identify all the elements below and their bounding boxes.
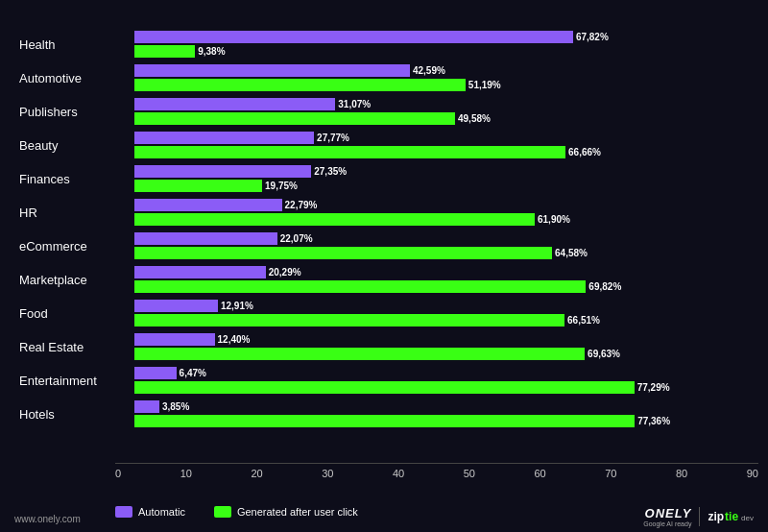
label-finances: Finances [19, 172, 130, 186]
bar-purple-6: 22,07% [134, 232, 277, 245]
bar-label-green-10: 77,29% [637, 382, 670, 393]
row-real-estate: Real Estate12,40%69,63% [134, 331, 739, 362]
bar-green-11: 77,36% [134, 415, 635, 427]
label-food: Food [19, 306, 130, 321]
row-finances: Finances27,35%19,75% [134, 163, 739, 194]
x-tick-20: 20 [251, 468, 262, 479]
row-entertainment: Entertainment6,47%77,29% [134, 365, 739, 396]
bar-purple-8: 12,91% [134, 300, 218, 312]
row-hr: HR22,79%61,90% [134, 197, 739, 228]
bar-label-purple-1: 42,59% [413, 65, 445, 76]
x-tick-0: 0 [115, 468, 121, 479]
bar-green-4: 19,75% [134, 180, 262, 192]
onely-brand: ONELY Google AI ready [643, 506, 691, 527]
x-tick-60: 60 [534, 468, 545, 479]
x-tick-90: 90 [747, 468, 758, 479]
bar-green-3: 66,66% [134, 146, 565, 158]
bar-label-green-0: 9,38% [198, 46, 225, 57]
bar-green-2: 49,58% [134, 112, 455, 125]
onely-logo: ONELY [645, 506, 692, 520]
bar-green-6: 64,58% [134, 247, 552, 259]
bar-purple-2: 31,07% [134, 98, 335, 110]
label-beauty: Beauty [19, 138, 130, 153]
ziptie-subtitle: dev [741, 514, 754, 522]
row-health: Health67,82%9,38% [134, 29, 739, 60]
bar-label-green-8: 66,51% [567, 315, 600, 326]
x-tick-70: 70 [605, 468, 616, 479]
row-ecommerce: eCommerce22,07%64,58% [134, 230, 739, 261]
footer-logos: ONELY Google AI ready ziptie dev [643, 506, 754, 527]
bar-purple-9: 12,40% [134, 333, 215, 346]
legend-label-automatic: Automatic [138, 506, 185, 518]
bar-label-green-11: 77,36% [637, 416, 670, 426]
bar-label-green-1: 51,19% [468, 80, 501, 90]
ziptie-logo-2: tie [725, 510, 738, 523]
legend-item-automatic: Automatic [115, 506, 185, 518]
bar-purple-1: 42,59% [134, 64, 410, 77]
website-label: www.onely.com [14, 514, 81, 524]
label-publishers: Publishers [19, 105, 130, 119]
bar-purple-3: 27,77% [134, 132, 314, 144]
bar-purple-0: 67,82% [134, 31, 573, 43]
row-automotive: Automotive42,59%51,19% [134, 62, 739, 93]
x-tick-40: 40 [393, 468, 404, 479]
legend: Automatic Generated after user click [115, 506, 358, 518]
label-hr: HR [19, 206, 130, 220]
x-axis: 0102030405060708090 [115, 463, 758, 479]
chart-container: Health67,82%9,38%Automotive42,59%51,19%P… [0, 19, 768, 532]
label-real-estate: Real Estate [19, 340, 130, 354]
ziptie-logo: zip [708, 510, 724, 523]
bar-purple-7: 20,29% [134, 266, 266, 278]
bar-green-8: 66,51% [134, 314, 564, 326]
legend-color-generated [214, 506, 231, 518]
x-tick-80: 80 [676, 468, 687, 479]
bar-label-green-4: 19,75% [265, 181, 298, 191]
label-health: Health [19, 37, 130, 52]
ziptie-brand: ziptie dev [708, 510, 754, 523]
legend-item-generated: Generated after user click [214, 506, 358, 518]
bar-purple-4: 27,35% [134, 165, 311, 178]
bar-label-purple-6: 22,07% [280, 233, 313, 244]
bar-label-purple-3: 27,77% [317, 133, 349, 143]
bar-purple-10: 6,47% [134, 367, 177, 379]
bar-green-0: 9,38% [134, 45, 195, 58]
x-tick-50: 50 [464, 468, 475, 479]
bar-label-green-7: 69,82% [588, 281, 621, 292]
row-publishers: Publishers31,07%49,58% [134, 96, 739, 127]
bar-label-green-5: 61,90% [538, 214, 570, 225]
bar-label-purple-0: 67,82% [576, 32, 609, 42]
row-beauty: Beauty27,77%66,66% [134, 130, 739, 160]
row-marketplace: Marketplace20,29%69,82% [134, 264, 739, 295]
x-tick-30: 30 [322, 468, 333, 479]
bar-label-purple-9: 12,40% [218, 334, 251, 345]
label-entertainment: Entertainment [19, 374, 130, 388]
bar-label-purple-5: 22,79% [285, 200, 318, 210]
x-tick-10: 10 [180, 468, 192, 479]
label-marketplace: Marketplace [19, 273, 130, 287]
bar-label-purple-8: 12,91% [221, 301, 253, 311]
logo-divider [699, 507, 700, 526]
onely-subtitle: Google AI ready [643, 520, 691, 527]
legend-label-generated: Generated after user click [237, 506, 358, 518]
label-automotive: Automotive [19, 71, 130, 85]
bar-purple-11: 3,85% [134, 400, 159, 413]
bar-label-purple-2: 31,07% [338, 99, 371, 109]
bar-label-purple-11: 3,85% [162, 401, 189, 412]
bar-label-green-6: 64,58% [555, 248, 588, 258]
bar-green-10: 77,29% [134, 381, 635, 394]
label-ecommerce: eCommerce [19, 239, 130, 254]
bar-label-green-2: 49,58% [458, 113, 491, 124]
bar-green-5: 61,90% [134, 213, 535, 226]
bar-label-purple-10: 6,47% [180, 368, 206, 378]
label-hotels: Hotels [19, 407, 130, 422]
bar-purple-5: 22,79% [134, 199, 282, 211]
row-hotels: Hotels3,85%77,36% [134, 399, 739, 429]
bar-label-green-9: 69,63% [588, 349, 620, 359]
bar-green-7: 69,82% [134, 280, 586, 293]
chart-area: Health67,82%9,38%Automotive42,59%51,19%P… [134, 29, 739, 429]
row-food: Food12,91%66,51% [134, 298, 739, 328]
bar-label-purple-7: 20,29% [269, 267, 301, 278]
bar-green-1: 51,19% [134, 79, 466, 91]
bar-green-9: 69,63% [134, 348, 585, 360]
legend-color-automatic [115, 506, 132, 518]
